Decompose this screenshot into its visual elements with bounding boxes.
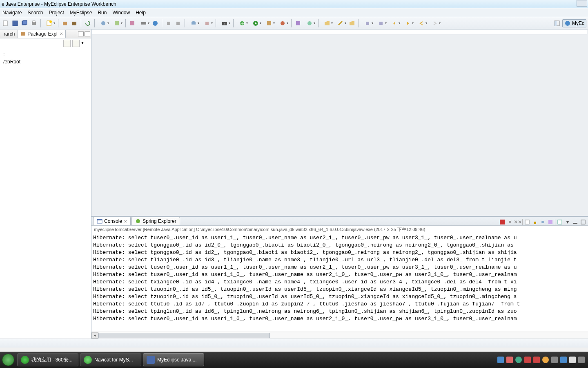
open-folder-icon[interactable] xyxy=(348,19,356,27)
tool-g-icon[interactable] xyxy=(294,19,302,27)
horizontal-scrollbar[interactable]: ◂ xyxy=(91,332,588,339)
tray-icon[interactable] xyxy=(560,357,567,363)
browser-icon[interactable] xyxy=(151,19,159,27)
print-icon[interactable] xyxy=(30,19,38,27)
package-tree[interactable]: : /ebRoot xyxy=(0,48,91,68)
new-icon[interactable] xyxy=(2,19,10,27)
view-menu-icon[interactable]: ▾ xyxy=(81,40,89,47)
perspective-open-icon[interactable] xyxy=(553,19,561,27)
tool-h-icon[interactable] xyxy=(303,19,316,27)
forward-icon[interactable] xyxy=(402,19,414,27)
package-closed-icon[interactable] xyxy=(70,19,78,27)
run-icon[interactable] xyxy=(249,19,262,27)
minimize-view-icon[interactable] xyxy=(78,31,84,36)
menu-run[interactable]: Run xyxy=(98,10,107,16)
terminate-icon[interactable] xyxy=(499,219,506,225)
deploy-icon[interactable] xyxy=(128,19,136,27)
tool-a-icon[interactable] xyxy=(97,19,109,27)
new-folder-icon[interactable] xyxy=(321,19,333,27)
server-icon[interactable] xyxy=(138,19,150,27)
tool-f-icon[interactable] xyxy=(276,19,289,27)
remove-launch-icon[interactable]: ✕ xyxy=(507,219,513,225)
svg-rect-31 xyxy=(555,21,557,26)
remove-all-icon[interactable]: ✕✕ xyxy=(514,219,521,225)
tool-e-icon[interactable] xyxy=(201,19,213,27)
save-icon[interactable] xyxy=(11,19,19,27)
debug-icon[interactable] xyxy=(236,19,248,27)
display-selected-icon[interactable] xyxy=(547,219,554,225)
start-orb-icon xyxy=(2,354,14,366)
nav-back-icon[interactable] xyxy=(415,19,428,27)
scroll-lock-icon[interactable] xyxy=(532,219,538,225)
open-console-icon[interactable] xyxy=(557,219,563,225)
collapse-all-icon[interactable] xyxy=(63,40,71,47)
scroll-thumb[interactable] xyxy=(98,333,270,338)
tool-j-icon[interactable] xyxy=(361,19,374,27)
volume-icon[interactable] xyxy=(569,357,576,363)
refresh-icon[interactable] xyxy=(84,19,92,27)
menu-navigate[interactable]: Navigate xyxy=(2,10,22,16)
package-explorer-icon xyxy=(20,31,26,37)
max-view-icon[interactable] xyxy=(580,219,586,225)
browser-app-icon xyxy=(21,356,29,364)
camera-icon[interactable] xyxy=(218,19,231,27)
svg-rect-26 xyxy=(296,21,300,25)
menu-window[interactable]: Window xyxy=(112,10,130,16)
menu-search[interactable]: Search xyxy=(27,10,43,16)
close-icon[interactable]: ✕ xyxy=(124,219,127,224)
tool-d-icon[interactable] xyxy=(174,19,182,27)
run-ext-icon[interactable] xyxy=(263,19,275,27)
package-icon[interactable] xyxy=(61,19,69,27)
save-all-icon[interactable] xyxy=(20,19,29,27)
tray-icon[interactable] xyxy=(497,357,504,363)
close-icon[interactable]: ✕ xyxy=(60,31,63,36)
tab-hierarchy[interactable]: rarch xyxy=(1,30,18,38)
back-icon[interactable] xyxy=(388,19,401,27)
maximize-view-icon[interactable] xyxy=(85,31,90,36)
svg-rect-15 xyxy=(167,22,170,25)
tray-icon[interactable] xyxy=(533,357,540,363)
min-view-icon[interactable] xyxy=(572,219,579,225)
tool-c-icon[interactable] xyxy=(165,19,173,27)
console-output[interactable]: Hibernate: select tuser0_.user_id as use… xyxy=(91,233,588,332)
console-process-header: myeclipseTomcatServer [Remote Java Appli… xyxy=(91,226,588,233)
menu-project[interactable]: Project xyxy=(49,10,64,16)
scroll-left-icon[interactable]: ◂ xyxy=(91,332,98,339)
tray-icon[interactable] xyxy=(551,357,558,363)
tray-icon[interactable] xyxy=(542,357,549,363)
menu-myeclipse[interactable]: MyEclipse xyxy=(70,10,92,16)
menu-help[interactable]: Help xyxy=(136,10,146,16)
tab-package-explorer[interactable]: Package Expl ✕ xyxy=(18,30,65,38)
console-drop-icon[interactable]: ▾ xyxy=(564,219,571,225)
taskbar-item-360[interactable]: 我的应用 - 360安... xyxy=(17,353,78,366)
tool-i-icon[interactable] xyxy=(334,19,347,27)
tool-k-icon[interactable] xyxy=(375,19,387,27)
tray-icon[interactable] xyxy=(515,357,522,363)
taskbar-item-myeclipse[interactable]: MyEclipse Java ... xyxy=(143,353,204,366)
minimize-button[interactable] xyxy=(577,0,587,7)
tray-icon[interactable] xyxy=(578,357,585,363)
perspective-myeclipse-icon[interactable]: MyEc xyxy=(562,19,586,27)
nav-fwd-icon[interactable] xyxy=(429,19,441,27)
tree-item[interactable]: : xyxy=(2,51,89,58)
tree-item[interactable]: /ebRoot xyxy=(2,58,89,65)
pin-console-icon[interactable] xyxy=(539,219,546,225)
tray-icon[interactable] xyxy=(524,357,531,363)
svg-rect-0 xyxy=(3,21,7,26)
system-tray[interactable] xyxy=(494,357,588,363)
sidebar: rarch Package Expl ✕ ▾ : /ebRoot xyxy=(0,29,91,339)
tab-console[interactable]: Console ✕ xyxy=(93,217,131,225)
start-button[interactable] xyxy=(0,352,16,368)
svg-point-25 xyxy=(281,21,285,25)
taskbar-item-navicat[interactable]: Navicat for MyS... xyxy=(80,353,141,366)
clear-console-icon[interactable] xyxy=(524,219,530,225)
db-icon[interactable] xyxy=(187,19,200,27)
tab-spring-explorer[interactable]: Spring Explorer xyxy=(131,217,180,225)
svg-rect-33 xyxy=(21,32,25,36)
console-icon xyxy=(97,218,102,224)
new-wizard-icon[interactable] xyxy=(43,19,56,27)
tray-icon[interactable] xyxy=(506,357,513,363)
link-editor-icon[interactable] xyxy=(72,40,80,47)
tool-b-icon[interactable] xyxy=(111,19,123,27)
svg-rect-12 xyxy=(130,21,134,25)
